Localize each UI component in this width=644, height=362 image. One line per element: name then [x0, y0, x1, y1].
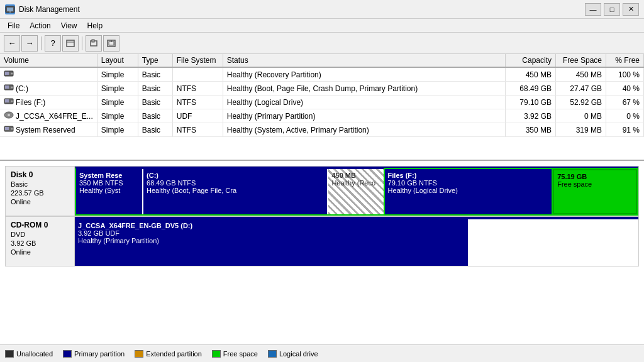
- disk-map-area[interactable]: Disk 0 Basic 223.57 GB Online System Res…: [0, 161, 644, 344]
- close-button[interactable]: ✕: [623, 3, 639, 16]
- disk-type: DVD: [11, 231, 69, 238]
- legend-primary-label: Primary partition: [74, 350, 125, 358]
- disk-label: CD-ROM 0 DVD 3.92 GB Online: [6, 217, 75, 266]
- disk-partition[interactable]: J_CCSA_X64FRE_EN-GB_DV5 (D:)3.92 GB UDFH…: [75, 219, 469, 266]
- menu-view[interactable]: View: [56, 20, 82, 31]
- cell-volume: System Reserved: [0, 123, 97, 137]
- cell-fs: [172, 67, 223, 82]
- legend-primary-box: [63, 350, 72, 358]
- table-row[interactable]: Simple Basic Healthy (Recovery Partition…: [0, 67, 644, 82]
- svg-point-23: [11, 128, 13, 130]
- partition-status: Healthy (Boot, Page File, Cra: [147, 187, 324, 194]
- toolbar-separator-2: [82, 36, 82, 50]
- partition-status: Healthy (Reco: [331, 179, 380, 187]
- cell-capacity: 450 MB: [506, 67, 556, 82]
- col-header-pctfree: % Free: [606, 54, 644, 67]
- menu-file[interactable]: File: [3, 20, 25, 31]
- legend-primary: Primary partition: [63, 350, 125, 358]
- minimize-button[interactable]: —: [585, 3, 601, 16]
- cell-pctfree: 100 %: [606, 67, 644, 82]
- partition-status: Free space: [557, 180, 633, 188]
- disk-partition[interactable]: System Rese350 MB NTFSHealthy (Syst: [76, 169, 143, 214]
- app-icon: [5, 4, 15, 14]
- svg-point-2: [9, 11, 11, 13]
- cell-capacity: 68.49 GB: [506, 82, 556, 96]
- cell-status: Healthy (Primary Partition): [223, 109, 505, 123]
- col-header-type: Type: [138, 54, 172, 67]
- volume-icon-wrap: Files (F:): [4, 97, 45, 107]
- window-title: Disk Management: [19, 5, 80, 14]
- partition-name: (C:): [147, 172, 324, 179]
- main-content: Volume Layout Type File System Status Ca…: [0, 54, 644, 362]
- table-row[interactable]: Files (F:) Simple Basic NTFS Healthy (Lo…: [0, 96, 644, 109]
- disk-type: Basic: [11, 180, 69, 188]
- disk-row: CD-ROM 0 DVD 3.92 GB Online J_CCSA_X64FR…: [5, 216, 639, 266]
- cell-freespace: 319 MB: [556, 123, 606, 137]
- disk-row: Disk 0 Basic 223.57 GB Online System Res…: [5, 166, 639, 216]
- cell-status: Healthy (Recovery Partition): [223, 67, 505, 82]
- legend-logical: Logical drive: [268, 350, 318, 358]
- partition-size: 350 MB NTFS: [79, 179, 139, 187]
- help-button[interactable]: ?: [45, 35, 61, 52]
- legend-logical-label: Logical drive: [279, 350, 318, 358]
- back-button[interactable]: ←: [4, 35, 20, 52]
- partition-name: J_CCSA_X64FRE_EN-GB_DV5 (D:): [78, 222, 465, 229]
- table-row[interactable]: System Reserved Simple Basic NTFS Health…: [0, 123, 644, 137]
- col-header-layout: Layout: [97, 54, 138, 67]
- forward-button[interactable]: →: [21, 35, 38, 52]
- cell-status: Healthy (Logical Drive): [223, 96, 505, 109]
- volume-icon-wrap: J_CCSA_X64FRE_E...: [4, 111, 93, 121]
- partition-status: Healthy (Syst: [79, 187, 139, 194]
- toolbar-separator-1: [41, 36, 42, 50]
- partition-size: 3.92 GB UDF: [78, 229, 465, 237]
- disk-label: Disk 0 Basic 223.57 GB Online: [6, 167, 75, 216]
- cell-freespace: 52.92 GB: [556, 96, 606, 109]
- menu-action[interactable]: Action: [25, 20, 55, 31]
- legend-freespace-box: [212, 350, 221, 358]
- volume-icon-wrap: [4, 70, 16, 79]
- maximize-button[interactable]: □: [604, 3, 620, 16]
- cell-status: Healthy (Boot, Page File, Crash Dump, Pr…: [223, 82, 505, 96]
- cell-layout: Simple: [97, 82, 138, 96]
- volumes-table-area[interactable]: Volume Layout Type File System Status Ca…: [0, 54, 644, 161]
- legend-unallocated-box: [5, 350, 14, 358]
- disk-partitions: System Rese350 MB NTFSHealthy (Syst(C:)6…: [75, 167, 638, 216]
- export-button[interactable]: [103, 35, 119, 52]
- partition-size: 68.49 GB NTFS: [147, 179, 324, 187]
- partition-name: 75.19 GB: [557, 173, 633, 180]
- cell-freespace: 0 MB: [556, 109, 606, 123]
- cell-volume: (C:): [0, 82, 97, 96]
- svg-point-15: [11, 87, 13, 89]
- svg-point-20: [8, 114, 10, 116]
- disk-partition[interactable]: 450 MBHealthy (Reco: [328, 169, 384, 214]
- partition-status: Healthy (Logical Drive): [388, 187, 549, 194]
- col-header-capacity: Capacity: [506, 54, 556, 67]
- cell-layout: Simple: [97, 123, 138, 137]
- refresh-button[interactable]: [86, 35, 102, 52]
- disk-partition[interactable]: (C:)68.49 GB NTFSHealthy (Boot, Page Fil…: [143, 169, 328, 214]
- cell-layout: Simple: [97, 96, 138, 109]
- title-bar-left: Disk Management: [5, 4, 80, 14]
- legend-extended: Extended partition: [135, 350, 202, 358]
- volume-disk-icon: [4, 111, 14, 121]
- cell-pctfree: 0 %: [606, 109, 644, 123]
- svg-rect-1: [7, 8, 13, 11]
- cell-type: Basic: [138, 82, 172, 96]
- table-row[interactable]: (C:) Simple Basic NTFS Healthy (Boot, Pa…: [0, 82, 644, 96]
- disk-partitions: J_CCSA_X64FRE_EN-GB_DV5 (D:)3.92 GB UDFH…: [75, 217, 638, 266]
- partition-name: System Rese: [79, 172, 139, 179]
- cell-fs: NTFS: [172, 82, 223, 96]
- partition-status: Healthy (Primary Partition): [78, 237, 465, 244]
- disk-partition[interactable]: Files (F:)79.10 GB NTFSHealthy (Logical …: [385, 169, 553, 214]
- properties-button[interactable]: [62, 35, 79, 52]
- col-header-freespace: Free Space: [556, 54, 606, 67]
- legend-freespace: Free space: [212, 350, 258, 358]
- partition-size: 79.10 GB NTFS: [388, 179, 549, 187]
- table-row[interactable]: J_CCSA_X64FRE_E... Simple Basic UDF Heal…: [0, 109, 644, 123]
- cell-fs: NTFS: [172, 96, 223, 109]
- disk-partition[interactable]: 75.19 GBFree space: [553, 169, 637, 214]
- cell-volume: Files (F:): [0, 96, 97, 109]
- cell-freespace: 450 MB: [556, 67, 606, 82]
- menu-help[interactable]: Help: [82, 20, 108, 31]
- disk-id: CD-ROM 0: [11, 221, 69, 229]
